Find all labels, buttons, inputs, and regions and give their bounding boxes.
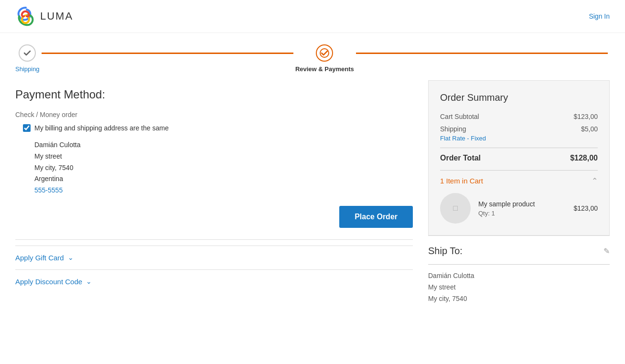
- summary-divider: [440, 148, 598, 148]
- cart-item-qty: Qty: 1: [478, 210, 566, 217]
- billing-address-block: Damián Culotta My street My city, 7540 A…: [15, 139, 413, 196]
- cart-item-image: □: [440, 193, 471, 224]
- billing-address-checkbox-row: My billing and shipping address are the …: [15, 124, 413, 132]
- discount-code-chevron-icon: ⌄: [86, 278, 92, 285]
- cart-subtotal-row: Cart Subtotal $123,00: [440, 113, 598, 120]
- product-image-placeholder-icon: □: [447, 200, 464, 217]
- address-phone[interactable]: 555-5555: [34, 186, 63, 194]
- cart-item-details: My sample product Qty: 1: [478, 200, 566, 217]
- main-content: Payment Method: Check / Money order My b…: [0, 80, 625, 314]
- discount-code-header[interactable]: Apply Discount Code ⌄: [15, 278, 413, 286]
- svg-text:□: □: [453, 204, 458, 212]
- cart-divider: [440, 170, 598, 171]
- billing-same-label: My billing and shipping address are the …: [34, 124, 169, 132]
- order-total-row: Order Total $128,00: [440, 154, 598, 162]
- checkmark-icon: [23, 49, 32, 57]
- cart-subtotal-value: $123,00: [573, 113, 598, 120]
- luma-logo-icon: [15, 6, 36, 27]
- payment-method-title: Payment Method:: [15, 88, 413, 101]
- step-review-circle: [316, 44, 333, 62]
- logo-text: LUMA: [40, 10, 73, 22]
- left-panel: Payment Method: Check / Money order My b…: [15, 80, 413, 293]
- cart-toggle[interactable]: 1 Item in Cart ⌃: [440, 176, 598, 185]
- edit-ship-to-icon[interactable]: ✎: [603, 246, 610, 256]
- cart-item-count-label: 1 Item in Cart: [440, 177, 483, 185]
- address-country: Argentina: [34, 173, 413, 185]
- ship-to-divider: [428, 264, 610, 265]
- address-name: Damián Culotta: [34, 139, 413, 151]
- divider-1: [15, 239, 413, 240]
- ship-to-city: My city, 7540: [428, 293, 610, 305]
- shipping-method: Flat Rate - Fixed: [440, 135, 598, 142]
- step-review-label: Review & Payments: [295, 65, 354, 73]
- cart-chevron-up-icon: ⌃: [592, 176, 598, 185]
- gift-card-header[interactable]: Apply Gift Card ⌄: [15, 254, 413, 262]
- ship-to-address: Damián Culotta My street My city, 7540: [428, 270, 610, 304]
- shipping-label: Shipping: [440, 125, 466, 133]
- gift-card-accordion: Apply Gift Card ⌄: [15, 246, 413, 269]
- cart-item-name: My sample product: [478, 200, 566, 208]
- address-street: My street: [34, 151, 413, 162]
- payment-method-label: Check / Money order: [15, 111, 413, 118]
- right-panel: Order Summary Cart Subtotal $123,00 Ship…: [428, 80, 610, 314]
- place-order-row: Place Order: [15, 206, 413, 228]
- ship-to-title: Ship To:: [428, 246, 463, 257]
- cart-item-row: □ My sample product Qty: 1 $123,00: [440, 193, 598, 224]
- step-shipping: Shipping: [15, 44, 40, 73]
- step-connector: [42, 53, 293, 54]
- ship-to-street: My street: [428, 282, 610, 293]
- order-total-label: Order Total: [440, 154, 481, 162]
- ship-to-name: Damián Culotta: [428, 270, 610, 282]
- ship-to-header: Ship To: ✎: [428, 246, 610, 257]
- order-total-value: $128,00: [570, 154, 598, 162]
- step-review: Review & Payments: [295, 44, 354, 73]
- progress-steps: Shipping Review & Payments: [0, 33, 625, 80]
- gift-card-label: Apply Gift Card: [15, 254, 64, 262]
- sign-in-link[interactable]: Sign In: [589, 12, 610, 20]
- discount-code-accordion: Apply Discount Code ⌄: [15, 269, 413, 293]
- step-connector-right: [356, 53, 608, 54]
- step-shipping-circle: [19, 44, 36, 62]
- discount-code-label: Apply Discount Code: [15, 278, 82, 286]
- ship-to-section: Ship To: ✎ Damián Culotta My street My c…: [428, 236, 610, 314]
- billing-same-checkbox[interactable]: [23, 124, 31, 132]
- step-active-checkmark-icon: [320, 48, 329, 58]
- cart-item-price: $123,00: [573, 204, 598, 212]
- step-shipping-label[interactable]: Shipping: [15, 65, 40, 73]
- gift-card-chevron-icon: ⌄: [68, 254, 74, 261]
- cart-subtotal-label: Cart Subtotal: [440, 113, 479, 120]
- shipping-value: $5,00: [581, 125, 598, 133]
- site-header: LUMA Sign In: [0, 0, 625, 33]
- logo-area: LUMA: [15, 6, 73, 27]
- place-order-button[interactable]: Place Order: [339, 206, 413, 228]
- address-city: My city, 7540: [34, 162, 413, 174]
- shipping-row: Shipping $5,00: [440, 125, 598, 133]
- order-summary-title: Order Summary: [440, 92, 598, 103]
- order-summary-box: Order Summary Cart Subtotal $123,00 Ship…: [428, 80, 610, 236]
